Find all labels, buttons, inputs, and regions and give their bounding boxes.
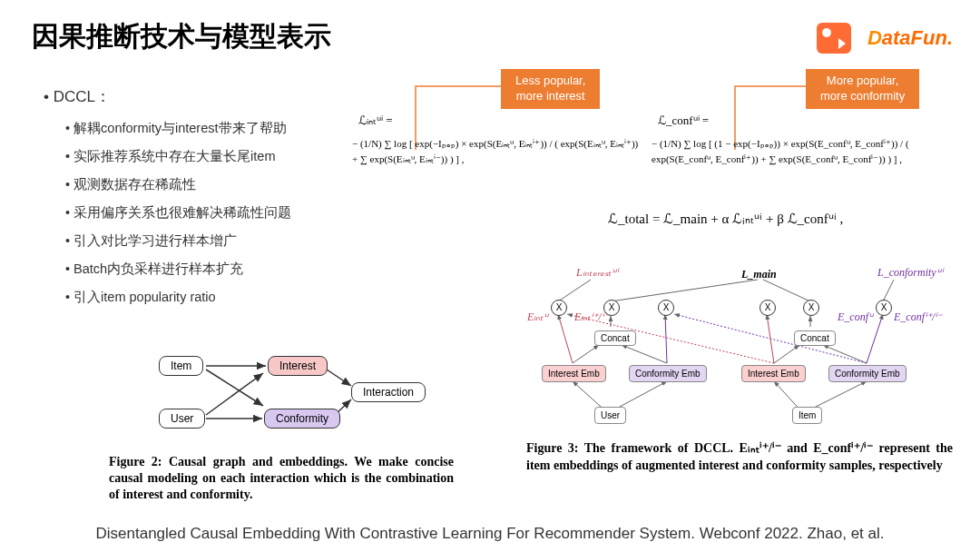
bullet-item: • 实际推荐系统中存在大量长尾item xyxy=(65,148,276,165)
fig2-node-interaction: Interaction xyxy=(351,382,426,402)
svg-line-4 xyxy=(324,368,351,386)
formula-int-head: ℒᵢₙₜᵘⁱ = xyxy=(358,113,393,128)
svg-line-18 xyxy=(823,345,867,363)
fig3-concat-right: Concat xyxy=(794,330,836,346)
svg-line-9 xyxy=(622,345,667,363)
fig3-e-int-u: Eᵢₙₜᵘ xyxy=(527,310,548,324)
annotation-line: more interest xyxy=(515,89,585,104)
page-title: 因果推断技术与模型表示 xyxy=(32,18,331,55)
fig3-interest-emb-r: Interest Emb xyxy=(741,365,806,382)
fig3-e-int-aug: Eᵢₙₜⁱ⁺/ⁱ⁻ xyxy=(574,310,609,324)
fig3-concat-left: Concat xyxy=(594,330,636,346)
figure-3: Lᵢₙₜₑᵣₑₛₜᵘⁱ L_main L_conformityᵘⁱ X X X … xyxy=(531,263,957,436)
svg-line-10 xyxy=(558,314,573,363)
svg-line-12 xyxy=(558,280,591,301)
annotation-line: More popular, xyxy=(820,74,905,89)
svg-line-17 xyxy=(774,345,799,363)
bullet-text: 引入item popularity ratio xyxy=(74,290,216,304)
bullet-item: • 采用偏序关系也很难解决稀疏性问题 xyxy=(65,204,291,222)
svg-line-20 xyxy=(763,280,810,301)
citation: Disentangled Causal Embedding With Contr… xyxy=(0,525,980,543)
fig2-node-conformity: Conformity xyxy=(264,409,340,429)
svg-line-13 xyxy=(611,280,758,301)
formula-total: ℒ_total = ℒ_main + α ℒᵢₙₜᵘⁱ + β ℒ_confᵘⁱ… xyxy=(608,211,843,227)
svg-line-2 xyxy=(206,373,263,415)
multiply-node-icon: X xyxy=(876,300,892,316)
svg-line-14 xyxy=(665,314,667,363)
multiply-node-icon: X xyxy=(658,300,674,316)
fig3-interest-emb-l: Interest Emb xyxy=(542,365,606,382)
annotation-more-popular: More popular, more conformity xyxy=(806,69,919,109)
bullet-text: 实际推荐系统中存在大量长尾item xyxy=(74,149,275,163)
svg-line-25 xyxy=(883,280,894,301)
multiply-node-icon: X xyxy=(551,300,567,316)
bullet-item: • 观测数据存在稀疏性 xyxy=(65,176,196,193)
fig3-item-box: Item xyxy=(792,407,822,424)
fig3-e-conf-u: E_confᵘ xyxy=(838,310,873,324)
fig3-label-l-main: L_main xyxy=(741,268,777,281)
bullet-item: • Batch内负采样进行样本扩充 xyxy=(65,261,243,278)
kuaishou-logo-icon xyxy=(817,23,851,54)
bullet-text: 观测数据存在稀疏性 xyxy=(74,177,196,192)
figure-2-caption: Figure 2: Causal graph and embeddings. W… xyxy=(109,454,454,504)
bullet-text: 解耦conformity与interest带来了帮助 xyxy=(74,121,286,135)
fig2-caption-text: Figure 2: Causal graph and embeddings. W… xyxy=(109,455,454,501)
multiply-node-icon: X xyxy=(803,300,819,316)
fig3-caption-text: Figure 3: The framework of DCCL. Eᵢₙₜⁱ⁺/… xyxy=(526,441,953,472)
fig3-conformity-emb-r: Conformity Emb xyxy=(828,365,906,382)
svg-line-24 xyxy=(767,314,774,363)
figure-2: Item User Interest Conformity Interactio… xyxy=(141,350,440,440)
bullet-root-text: DCCL： xyxy=(54,88,111,105)
annotation-line: more conformity xyxy=(820,89,905,104)
formula-conf-head: ℒ_confᵘⁱ = xyxy=(658,113,709,128)
bullet-item: • 引入对比学习进行样本增广 xyxy=(65,232,237,250)
bullet-item: • 引入item popularity ratio xyxy=(65,289,216,306)
bullet-text: 采用偏序关系也很难解决稀疏性问题 xyxy=(74,205,291,220)
bullet-root: • DCCL： xyxy=(44,86,111,107)
multiply-node-icon: X xyxy=(760,300,776,316)
fig2-node-item: Item xyxy=(159,356,203,376)
fig2-node-interest: Interest xyxy=(268,356,328,376)
annotation-less-popular: Less popular, more interest xyxy=(501,69,600,109)
logo-letter: ataFun. xyxy=(882,26,953,49)
bullet-text: 引入对比学习进行样本增广 xyxy=(74,233,237,248)
fig3-label-l-conf: L_conformityᵘⁱ xyxy=(877,266,943,280)
svg-line-1 xyxy=(206,370,263,406)
logo-area: DataFun. xyxy=(817,23,953,54)
formula-conf-body: − (1/N) ∑ log [ (1 − exp(−Iₚₒₚ)) × exp(S… xyxy=(652,136,960,166)
bullet-text: Batch内负采样进行样本扩充 xyxy=(74,261,243,276)
logo-letter: D xyxy=(867,26,882,49)
fig3-e-conf-aug: E_confⁱ⁺/ⁱ⁻ xyxy=(894,310,942,324)
datafun-logo: DataFun. xyxy=(867,26,953,50)
formula-int-body: − (1/N) ∑ log [ exp(−Iₚₒₚ) × exp(S(Eᵢₙₜᵘ… xyxy=(352,136,642,166)
fig3-label-l-interest: Lᵢₙₜₑᵣₑₛₜᵘⁱ xyxy=(576,266,618,280)
fig3-user-box: User xyxy=(594,407,626,424)
fig2-node-user: User xyxy=(159,409,205,429)
bullet-item: • 解耦conformity与interest带来了帮助 xyxy=(65,120,287,137)
figure-3-caption: Figure 3: The framework of DCCL. Eᵢₙₜⁱ⁺/… xyxy=(526,440,953,475)
fig3-conformity-emb-l: Conformity Emb xyxy=(629,365,707,382)
annotation-line: Less popular, xyxy=(515,74,585,89)
svg-line-8 xyxy=(573,345,599,363)
